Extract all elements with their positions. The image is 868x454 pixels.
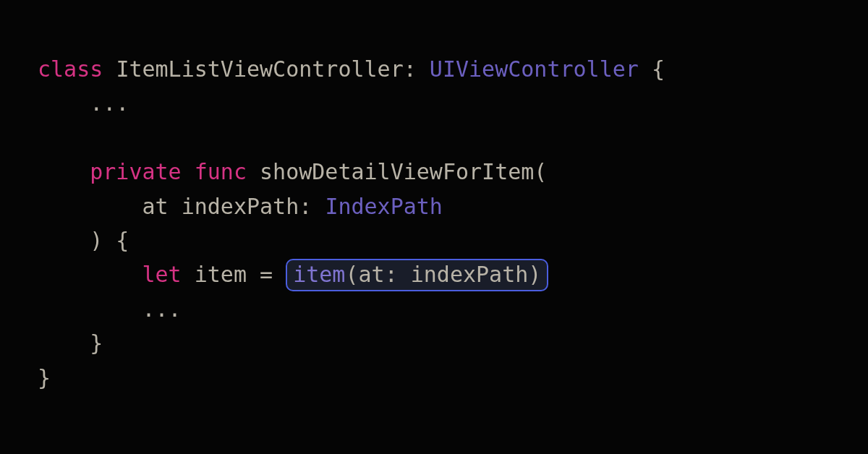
ellipsis: ... <box>38 296 182 322</box>
call-arg-name: indexPath <box>411 262 529 287</box>
keyword-let: let <box>142 262 182 287</box>
open-paren: ( <box>534 159 547 184</box>
superclass-type: UIViewController <box>430 56 639 82</box>
highlighted-call: item(at: indexPath) <box>286 259 548 291</box>
call-close: ) <box>528 262 541 287</box>
close-brace-inner: } <box>38 330 103 356</box>
colon: : <box>404 56 430 82</box>
param-label: at <box>142 194 169 219</box>
open-brace: { <box>639 56 665 82</box>
close-brace-outer: } <box>38 365 51 390</box>
param-type: IndexPath <box>325 194 443 219</box>
call-arg-colon: : <box>385 262 411 287</box>
colon: : <box>299 194 325 219</box>
keyword-class: class <box>38 56 103 82</box>
ellipsis: ... <box>38 90 129 116</box>
call-open: ( <box>345 262 358 287</box>
code-block: class ItemListViewController: UIViewCont… <box>38 52 868 395</box>
call-arg-label: at <box>359 262 385 287</box>
class-name: ItemListViewController <box>116 56 403 82</box>
keyword-private: private <box>90 159 181 184</box>
close-paren-brace: ) { <box>90 228 129 253</box>
call-name: item <box>293 262 345 287</box>
equals: = <box>247 262 286 287</box>
param-name: indexPath <box>182 194 299 219</box>
keyword-func: func <box>195 159 247 184</box>
func-name: showDetailViewForItem <box>260 159 534 184</box>
var-name: item <box>195 262 247 287</box>
